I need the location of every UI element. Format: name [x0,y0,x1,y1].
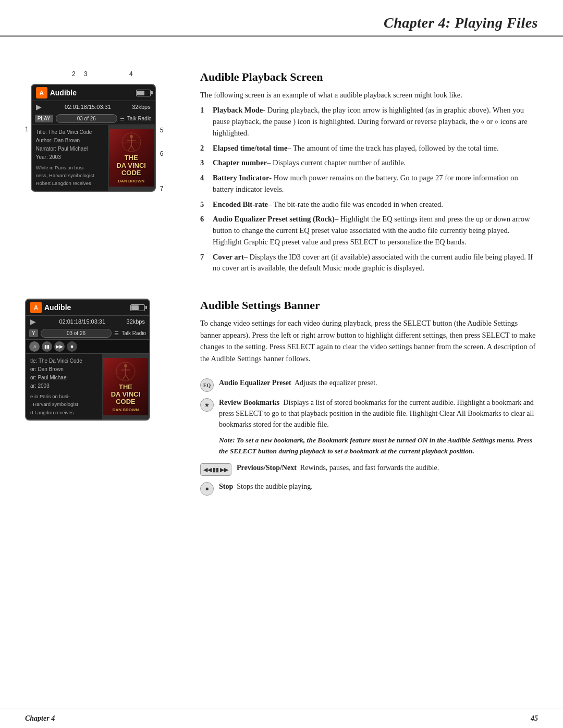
cover-title-da-vinci: DA VINCI [116,162,146,169]
callout-1: 1 [25,126,29,133]
vitruvian-icon [121,132,142,153]
page-header: Chapter 4: Playing Files [0,0,563,36]
stop-item: ■ Stop Stops the audible playing. [200,481,538,496]
eq-setting-2: Talk Radio [121,330,146,336]
audible-logo-text-2: Audible [44,303,71,312]
audible-device-1: A Audible ▶ 02:01:18/15:03:31 32kbps [31,84,156,192]
page-footer: Chapter 4 45 [0,709,563,728]
settings-icon-eq: ♬ [29,341,40,352]
section1-intro: The following screen is an example of wh… [200,89,538,101]
audible-logo-text: Audible [50,89,77,97]
device-meta-2: tle: The Da Vinci Code or: Dan Brown or:… [26,354,102,419]
page-title: Chapter 4: Playing Files [25,15,538,31]
list-item-2: 2 Elapsed time/total time– The amount of… [200,143,538,154]
callout-7: 7 [160,185,164,192]
eq-setting: Talk Radio [127,116,152,121]
cover-title-da-vinci-2: DA VINCI [111,391,141,398]
meta-year-2: ar: 2003 [30,382,98,390]
settings-banner-row: ♬ ▮▮ ▶▶ ■ [26,340,149,354]
review-bookmarks-desc: Review Bookmarks Displays a list of stor… [219,397,538,430]
svg-point-3 [130,135,133,138]
eq-icon-2: ☰ [114,330,119,336]
battery-fill-2 [131,305,139,310]
meta-author-2: or: Dan Brown [30,365,98,374]
device-body-1: Title: The Da Vinci Code Author: Dan Bro… [32,125,155,191]
section-settings: A Audible ▶ 02:01:18/15:03:31 32kbps [25,299,538,501]
device-body-2: tle: The Da Vinci Code or: Dan Brown or:… [26,354,149,419]
device-header-1: A Audible [32,85,155,101]
transport-item: ◀◀ ▮▮ ▶▶ Previous/Stop/Next Rewinds, pau… [200,462,538,476]
meta-narrator-2: or: Paul Michael [30,374,98,382]
callout-4: 4 [129,70,133,78]
note-block: Note: To set a new bookmark, the Bookmar… [219,435,538,457]
device-cover-2: THE DA VINCI CODE DAN BROWN [102,354,149,419]
device-header-2: A Audible [26,300,149,316]
callout-5: 5 [160,127,164,134]
meta-excerpt: While in Paris on busi- ness, Harvard sy… [36,164,104,188]
section2-heading: Audible Settings Banner [200,299,538,312]
meta-title-2: tle: The Da Vinci Code [30,357,98,365]
svg-line-12 [123,375,126,380]
device-cover-1: THE DA VINCI CODE DAN BROWN [108,125,155,191]
section1-text: Audible Playback Screen The following sc… [200,70,538,278]
elapsed-time: 02:01:18/15:03:31 [65,104,111,110]
meta-year: Year: 2003 [36,153,104,162]
svg-point-9 [124,364,127,367]
eq-icon: ☰ [120,116,125,121]
book-cover-2: THE DA VINCI CODE DAN BROWN [103,358,148,415]
vitruvian-icon-2 [115,361,136,382]
audible-logo-icon-2: A [30,302,42,313]
svg-line-7 [131,145,134,151]
main-content: 2 3 4 1 A Audible [0,54,563,563]
device-logo-area: A Audible [36,87,77,98]
list-item-3: 3 Chapter number– Displays current chapt… [200,157,538,169]
play-mode-label: PLAY [35,115,53,122]
right-callouts: 5 6 7 [160,84,164,199]
cover-title-the: THE [125,154,138,162]
device-time-row-1: ▶ 02:01:18/15:03:31 32kbps [32,101,155,113]
eq-preset-desc: Audio Equalizer Preset Adjusts the equal… [219,377,377,388]
audible-device-2: A Audible ▶ 02:01:18/15:03:31 32kbps [25,299,150,421]
play-icon-2: ▶ [30,317,36,326]
track-number-2: 03 of 26 [41,329,112,338]
transport-desc: Previous/Stop/Next Rewinds, pauses, and … [237,462,439,473]
meta-title: Title: The Da Vinci Code [36,128,104,137]
meta-excerpt-2: e in Paris on busi- . Harvard symbologis… [30,392,98,416]
meta-narrator: Narrator: Paul Michael [36,145,104,153]
section-playback: 2 3 4 1 A Audible [25,70,538,278]
transport-icon: ◀◀ ▮▮ ▶▶ [200,463,231,476]
review-bookmarks-icon: ★ [200,398,214,412]
device-time-row-2: ▶ 02:01:18/15:03:31 32kbps [26,316,149,327]
settings-icon-ff: ▶▶ [54,341,65,352]
eq-preset-icon: EQ [200,378,214,392]
settings-icon-pause: ▮▮ [42,341,52,352]
list-item-7: 7 Cover art– Displays the ID3 cover art … [200,252,538,275]
callout-2: 2 [72,70,76,78]
list-item-5: 5 Encoded Bit-rate– The bit-rate the aud… [200,199,538,211]
device-logo-area-2: A Audible [30,302,71,313]
eq-preset-item: EQ Audio Equalizer Preset Adjusts the eq… [200,377,538,392]
section1-heading: Audible Playback Screen [200,70,538,84]
track-number: 03 of 26 [56,114,117,123]
list-item-6: 6 Audio Equalizer Preset setting (Rock)–… [200,214,538,248]
device-meta-1: Title: The Da Vinci Code Author: Dan Bro… [32,125,108,191]
section2-intro: To change video settings for each video … [200,317,538,364]
footer-left: Chapter 4 [25,714,55,723]
callout-6: 6 [160,150,164,157]
elapsed-time-2: 02:01:18/15:03:31 [59,318,105,325]
list-item-1: 1 Playback Mode- During playback, the pl… [200,105,538,139]
book-cover-1: THE DA VINCI CODE DAN BROWN [109,129,154,187]
device-play-row-1: PLAY 03 of 26 ☰ Talk Radio [32,113,155,125]
cover-title-code: CODE [121,169,141,177]
settings-icon-stop: ■ [67,341,77,352]
battery-icon-1 [136,90,151,96]
battery-fill [137,91,144,95]
battery-icon-2 [130,304,145,311]
section1-list: 1 Playback Mode- During playback, the pl… [200,105,538,274]
playback-screen-image: 2 3 4 1 A Audible [25,70,181,278]
section2-text: Audible Settings Banner To change video … [200,299,538,501]
meta-author: Author: Dan Brown [36,137,104,145]
stop-desc: Stop Stops the audible playing. [219,481,313,492]
svg-line-13 [126,375,129,380]
cover-author-2: DAN BROWN [113,408,139,412]
